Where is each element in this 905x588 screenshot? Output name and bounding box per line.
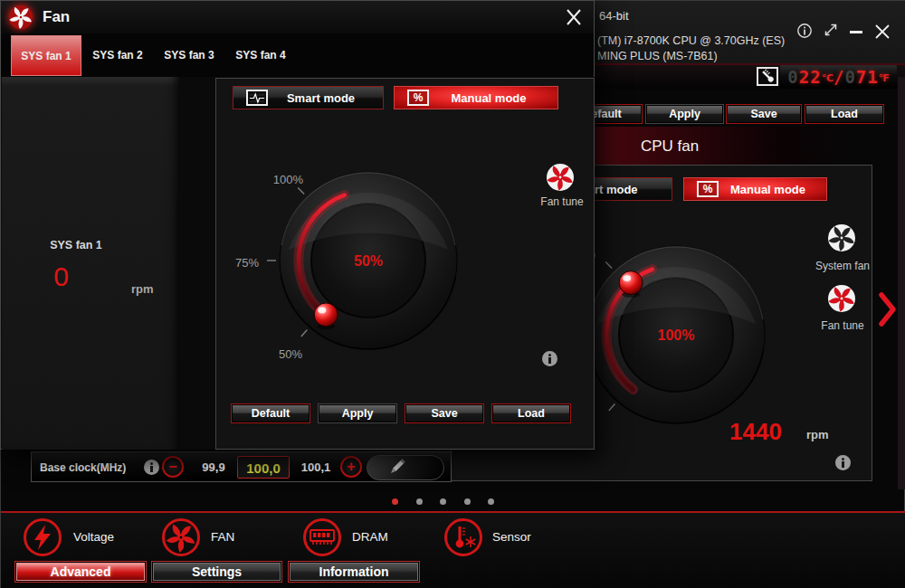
base-clock-value-up: 100,1	[297, 460, 335, 474]
knob-value: 50%	[332, 253, 405, 270]
pagination-dot-2[interactable]	[416, 498, 423, 505]
temp-f-unit: ℉	[879, 72, 890, 84]
pagination-dot-4[interactable]	[464, 498, 471, 505]
tab-advanced[interactable]: Advanced	[14, 561, 147, 583]
base-clock-current-value[interactable]: 100,0	[237, 456, 290, 479]
tab-sys-fan-3[interactable]: SYS fan 3	[160, 35, 218, 76]
smart-mode-button[interactable]: Smart mode	[233, 86, 384, 109]
sidebar-rpm-unit: rpm	[131, 282, 154, 296]
temp-f-value: 71	[856, 67, 879, 87]
pagination-dot-5[interactable]	[488, 498, 494, 505]
manual-mode-button[interactable]: % Manual mode	[394, 86, 558, 109]
cpu-fan-tune-label: Fan tune	[799, 319, 886, 332]
system-fan-icon[interactable]	[827, 223, 856, 252]
bottom-nav: Voltage FAN DRAM Sensor Advanced Setting…	[1, 511, 905, 588]
app-root: 64-bit (TM) i7-8700K CPU @ 3.70GHz (ES) …	[0, 0, 905, 588]
dram-icon[interactable]	[303, 518, 341, 556]
base-clock-increase-button[interactable]: +	[340, 456, 362, 478]
msi-fan-logo-icon	[8, 5, 33, 30]
dialog-load-button[interactable]: Load	[491, 403, 571, 423]
base-clock-decrease-button[interactable]: −	[162, 456, 184, 478]
base-clock-label: Base clock(MHz)	[40, 461, 126, 474]
dialog-title: Fan	[43, 8, 70, 26]
popout-icon[interactable]	[822, 23, 838, 39]
nav-fan-label[interactable]: FAN	[211, 530, 234, 544]
cpu-fan-rpm-unit: rpm	[806, 428, 829, 441]
info-window-icon[interactable]	[796, 23, 813, 39]
dialog-tabbar: SYS fan 1 SYS fan 2 SYS fan 3 SYS fan 4	[1, 33, 594, 77]
pencil-icon	[367, 456, 443, 479]
fan-tune-icon[interactable]	[546, 163, 575, 192]
cpu-name-text: (TM) i7-8700K CPU @ 3.70GHz (ES)	[597, 34, 785, 47]
sensor-icon[interactable]	[444, 518, 482, 556]
board-name-text: MING PLUS (MS-7B61)	[597, 50, 718, 62]
temp-f-pad: 0	[844, 67, 855, 87]
temp-c-pad: 0	[787, 67, 798, 87]
nav-sensor-label[interactable]: Sensor	[492, 530, 531, 544]
base-clock-panel: Base clock(MHz) − 99,9 100,0 100,1 +	[31, 451, 452, 482]
os-version-text: 64-bit	[599, 9, 629, 23]
temperature-display: 022℃/071℉	[780, 65, 897, 89]
temp-separator: /	[834, 67, 844, 87]
waveform-icon	[246, 90, 268, 106]
next-page-chevron-icon[interactable]	[878, 291, 898, 327]
percent-icon: %	[697, 181, 719, 197]
dialog-close-icon[interactable]	[564, 8, 584, 26]
dialog-default-button[interactable]: Default	[231, 403, 310, 423]
temp-c-value: 22	[799, 67, 822, 87]
dialog-sidebar: SYS fan 1 0 rpm	[2, 77, 179, 450]
sidebar-rpm-value: 0	[36, 261, 86, 292]
tab-sys-fan-2[interactable]: SYS fan 2	[89, 35, 147, 76]
base-clock-value-down: 99,9	[195, 460, 233, 474]
sidebar-fan-name: SYS fan 1	[8, 239, 144, 251]
right-edge-strip	[898, 77, 905, 489]
pagination-dot-3[interactable]	[440, 498, 446, 505]
percent-icon: %	[407, 90, 429, 106]
cpu-fan-title: CPU fan	[641, 138, 699, 156]
cpu-knob-value: 100%	[640, 327, 712, 344]
dialog-knob-panel: Smart mode % Manual mode Fan tune 100% 7…	[215, 78, 595, 450]
voltage-icon[interactable]	[24, 518, 62, 556]
cpu-fan-rpm-value: 1440	[719, 418, 792, 446]
system-fan-label: System fan	[797, 260, 888, 272]
main-close-icon[interactable]	[873, 23, 891, 41]
knob-scale-75: 75%	[216, 256, 259, 270]
tab-sys-fan-4[interactable]: SYS fan 4	[232, 35, 290, 76]
fan-dialog: Fan SYS fan 1 SYS fan 2 SYS fan 3 SYS fa…	[0, 0, 595, 450]
base-clock-edit-button[interactable]	[367, 455, 444, 480]
pagination-dot-1[interactable]	[392, 498, 398, 505]
dialog-titlebar: Fan	[1, 1, 594, 34]
base-clock-info-icon[interactable]	[144, 460, 159, 475]
tab-settings[interactable]: Settings	[151, 561, 282, 583]
main-save-button[interactable]: Save	[726, 104, 802, 124]
dialog-apply-button[interactable]: Apply	[318, 403, 397, 423]
nav-voltage-label[interactable]: Voltage	[73, 530, 114, 544]
fan-nav-icon[interactable]	[162, 518, 200, 556]
tab-information[interactable]: Information	[288, 561, 420, 583]
minimize-icon[interactable]	[850, 31, 862, 33]
nav-dram-label[interactable]: DRAM	[352, 530, 388, 544]
fan-tune-label: Fan tune	[524, 195, 600, 208]
temp-c-unit: ℃	[822, 72, 834, 84]
thermometer-icon	[757, 67, 778, 86]
knob-info-icon[interactable]	[542, 351, 557, 366]
tab-sys-fan-1[interactable]: SYS fan 1	[11, 35, 81, 76]
cpu-manual-mode-button[interactable]: % Manual mode	[683, 177, 827, 201]
main-apply-button[interactable]: Apply	[645, 104, 724, 124]
cpu-fan-info-icon[interactable]	[835, 455, 851, 470]
cpu-fan-tune-icon[interactable]	[827, 284, 856, 313]
dialog-save-button[interactable]: Save	[405, 403, 484, 423]
main-load-button[interactable]: Load	[805, 104, 884, 124]
